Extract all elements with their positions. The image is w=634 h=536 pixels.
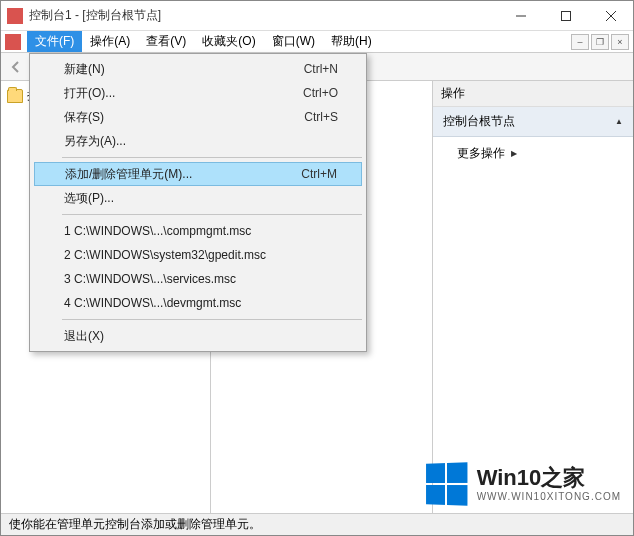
menu-item-label: 新建(N) [64,61,304,78]
menu-recent-3[interactable]: 3 C:\WINDOWS\...\services.msc [32,267,364,291]
menu-help[interactable]: 帮助(H) [323,31,380,52]
menu-save-as[interactable]: 另存为(A)... [32,129,364,153]
menu-exit[interactable]: 退出(X) [32,324,364,348]
menu-options[interactable]: 选项(P)... [32,186,364,210]
window-title: 控制台1 - [控制台根节点] [29,7,498,24]
menu-item-shortcut: Ctrl+S [304,110,338,124]
back-button[interactable] [5,56,27,78]
mdi-restore-button[interactable]: ❐ [591,34,609,50]
menu-view[interactable]: 查看(V) [138,31,194,52]
menu-item-label: 打开(O)... [64,85,303,102]
menu-save[interactable]: 保存(S) Ctrl+S [32,105,364,129]
mdi-app-icon [5,34,21,50]
menu-item-shortcut: Ctrl+M [301,167,337,181]
menu-label: 帮助(H) [331,33,372,50]
menu-new[interactable]: 新建(N) Ctrl+N [32,57,364,81]
menu-item-shortcut: Ctrl+O [303,86,338,100]
menu-separator [62,157,362,158]
menu-recent-4[interactable]: 4 C:\WINDOWS\...\devmgmt.msc [32,291,364,315]
menu-item-shortcut: Ctrl+N [304,62,338,76]
menu-item-label: 4 C:\WINDOWS\...\devmgmt.msc [64,296,338,310]
maximize-button[interactable] [543,1,588,31]
menu-item-label: 添加/删除管理单元(M)... [65,166,301,183]
minimize-button[interactable] [498,1,543,31]
folder-icon [7,89,23,103]
file-menu-dropdown: 新建(N) Ctrl+N 打开(O)... Ctrl+O 保存(S) Ctrl+… [29,53,367,352]
menu-recent-2[interactable]: 2 C:\WINDOWS\system32\gpedit.msc [32,243,364,267]
menu-item-label: 保存(S) [64,109,304,126]
window-controls [498,1,633,30]
actions-pane: 操作 控制台根节点 ▲ 更多操作 ▶ [433,81,633,513]
statusbar: 使你能在管理单元控制台添加或删除管理单元。 [1,513,633,535]
menu-open[interactable]: 打开(O)... Ctrl+O [32,81,364,105]
actions-header: 操作 [433,81,633,107]
menu-item-label: 另存为(A)... [64,133,338,150]
menu-item-label: 选项(P)... [64,190,338,207]
menu-separator [62,319,362,320]
collapse-icon: ▲ [615,117,623,126]
titlebar: 控制台1 - [控制台根节点] [1,1,633,31]
chevron-right-icon: ▶ [511,149,517,158]
menu-add-remove-snapin[interactable]: 添加/删除管理单元(M)... Ctrl+M [34,162,362,186]
menu-separator [62,214,362,215]
menu-label: 收藏夹(O) [202,33,255,50]
menu-label: 操作(A) [90,33,130,50]
actions-more[interactable]: 更多操作 ▶ [433,137,633,170]
menu-item-label: 退出(X) [64,328,338,345]
menu-window[interactable]: 窗口(W) [264,31,323,52]
close-button[interactable] [588,1,633,31]
mdi-controls: – ❐ × [571,31,633,52]
actions-more-label: 更多操作 [457,145,505,162]
app-icon [7,8,23,24]
actions-section-label: 控制台根节点 [443,113,515,130]
svg-rect-1 [561,12,570,21]
mdi-close-button[interactable]: × [611,34,629,50]
menu-label: 文件(F) [35,33,74,50]
menu-favorites[interactable]: 收藏夹(O) [194,31,263,52]
mdi-minimize-button[interactable]: – [571,34,589,50]
menu-recent-1[interactable]: 1 C:\WINDOWS\...\compmgmt.msc [32,219,364,243]
menu-label: 查看(V) [146,33,186,50]
actions-section[interactable]: 控制台根节点 ▲ [433,107,633,137]
menu-item-label: 1 C:\WINDOWS\...\compmgmt.msc [64,224,338,238]
menu-file[interactable]: 文件(F) [27,31,82,52]
menu-item-label: 2 C:\WINDOWS\system32\gpedit.msc [64,248,338,262]
menu-label: 窗口(W) [272,33,315,50]
statusbar-text: 使你能在管理单元控制台添加或删除管理单元。 [9,516,261,533]
menu-item-label: 3 C:\WINDOWS\...\services.msc [64,272,338,286]
menu-action[interactable]: 操作(A) [82,31,138,52]
menubar: 文件(F) 操作(A) 查看(V) 收藏夹(O) 窗口(W) 帮助(H) – ❐… [1,31,633,53]
